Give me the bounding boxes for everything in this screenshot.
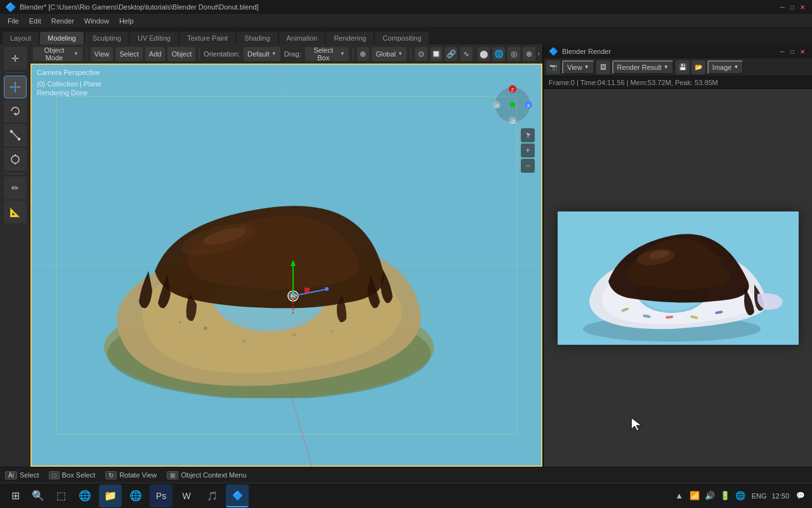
menu-window[interactable]: Window (79, 16, 114, 26)
zoom-in-btn[interactable]: + (521, 144, 535, 157)
perspective-btn[interactable]: 🔭 (521, 128, 535, 142)
vis-icon[interactable]: ∿ (460, 47, 473, 61)
svg-marker-5 (18, 86, 21, 88)
render-toolbar: 📷 View ▼ 🖼 Render Result ▼ 💾 📂 Image ▼ (544, 58, 812, 76)
sys-network-icon[interactable]: 🌐 (734, 490, 747, 502)
render-save-icon[interactable]: 💾 (676, 60, 690, 74)
link-icon[interactable]: 🔗 (445, 47, 457, 61)
status-context: ⊞ Object Context Menu (167, 471, 246, 479)
measure-tool-btn[interactable]: 📐 (4, 201, 27, 224)
svg-marker-2 (14, 81, 16, 84)
tab-texture-paint[interactable]: Texture Paint (180, 32, 235, 44)
sys-volume-icon[interactable]: 🔊 (704, 490, 716, 502)
svg-point-22 (292, 333, 296, 337)
annotate-tool-btn[interactable]: ✏ (4, 177, 27, 199)
viewport-canvas[interactable]: Camera Perspective (0) Collection | Plan… (30, 64, 542, 467)
scale-tool-btn[interactable] (4, 124, 27, 147)
viewport-view-btn[interactable]: View (91, 47, 114, 61)
render-image-btn[interactable]: Image ▼ (707, 60, 744, 74)
viewport-add-btn[interactable]: Add (145, 47, 166, 61)
maximize-button[interactable]: □ (788, 3, 797, 11)
taskbar-word[interactable]: W (175, 485, 198, 507)
tab-modeling[interactable]: Modeling (40, 32, 84, 44)
render-image-arrow: ▼ (733, 64, 738, 70)
sys-wifi-icon[interactable]: 📶 (688, 490, 701, 502)
notification-icon[interactable]: 💬 (794, 490, 807, 502)
rotate-tool-btn[interactable] (4, 100, 27, 123)
render-image-label: Image (712, 64, 732, 71)
viewport-overlay-btn[interactable]: ◎ (508, 47, 520, 61)
tab-layout[interactable]: Layout (3, 32, 39, 44)
taskbar-ps[interactable]: Ps (150, 485, 173, 507)
viewport-object-btn[interactable]: Object (167, 47, 195, 61)
orientation-value: Default (247, 50, 270, 58)
title-bar: 🔷 Blender* [C:\Users\Rio Gamers\Desktop\… (0, 0, 812, 14)
menu-edit[interactable]: Edit (24, 16, 46, 26)
close-button[interactable]: ✕ (798, 3, 807, 11)
viewport-right-arrow: › (538, 50, 540, 57)
zoom-out-btn[interactable]: − (521, 159, 535, 173)
minimize-button[interactable]: ─ (778, 3, 787, 11)
taskbar-media[interactable]: 🎵 (200, 485, 223, 507)
search-button[interactable]: 🔍 (28, 486, 48, 506)
status-rotate: ↻ Rotate View (105, 471, 157, 479)
transform-tool-btn[interactable] (4, 148, 27, 171)
viewport-shading-solid[interactable]: ⬤ (478, 47, 490, 61)
tab-sculpting[interactable]: Sculpting (85, 32, 129, 44)
taskbar-blender[interactable]: 🔷 (226, 485, 249, 507)
cursor-tool-btn[interactable]: ✛ (4, 47, 27, 70)
tab-rendering[interactable]: Rendering (326, 32, 374, 44)
box-select-key: □ (49, 471, 59, 479)
box-select-label: Box Select (62, 471, 96, 479)
render-result-btn[interactable]: Render Result ▼ (612, 60, 674, 74)
proportional-icon[interactable]: ⊙ (415, 47, 428, 61)
snap-icon[interactable]: 🔲 (430, 47, 443, 61)
render-maximize-btn[interactable]: □ (788, 47, 797, 56)
status-box-select: □ Box Select (49, 471, 95, 479)
render-panel-title: Blender Render (562, 48, 611, 55)
render-folder-icon[interactable]: 📂 (691, 60, 705, 74)
start-button[interactable]: ⊞ (5, 486, 25, 506)
render-result-arrow: ▼ (664, 64, 669, 70)
transform-icon-btn[interactable]: ⊕ (357, 47, 370, 61)
drag-selector[interactable]: Select Box ▼ (305, 47, 349, 61)
render-view-arrow: ▼ (584, 64, 589, 70)
tool-separator-1 (6, 72, 25, 73)
move-tool-btn[interactable] (4, 76, 27, 98)
render-close-btn[interactable]: ✕ (798, 47, 807, 56)
render-view-btn[interactable]: View ▼ (562, 60, 594, 74)
viewport-select-btn[interactable]: Select (115, 47, 143, 61)
tab-compositing[interactable]: Compositing (375, 32, 429, 44)
taskview-button[interactable]: ⬚ (51, 486, 71, 506)
rendering-status: Rendering Done (37, 89, 88, 97)
menu-file[interactable]: File (3, 16, 24, 26)
rotate-view-label: Rotate View (119, 471, 157, 479)
menu-render[interactable]: Render (46, 16, 79, 26)
svg-marker-4 (10, 86, 12, 88)
toolbar-divider-1 (86, 48, 87, 60)
viewport-shading-rendered[interactable]: 🌐 (492, 47, 505, 61)
menu-help[interactable]: Help (114, 16, 139, 26)
render-minimize-btn[interactable]: ─ (778, 47, 787, 56)
render-slot-icon[interactable]: 🖼 (596, 60, 610, 74)
render-type-icon[interactable]: 📷 (546, 60, 560, 74)
tab-shading[interactable]: Shading (237, 32, 277, 44)
sys-arrow-icon[interactable]: ▲ (673, 490, 686, 502)
status-select: Ai Select (5, 471, 39, 479)
title-bar-controls: ─ □ ✕ (778, 3, 807, 11)
taskbar-edge[interactable]: 🌐 (74, 485, 96, 507)
tab-animation[interactable]: Animation (279, 32, 325, 44)
viewport-gizmo-btn[interactable]: ⊕ (523, 47, 535, 61)
orientation-selector[interactable]: Default ▼ (244, 47, 280, 61)
left-toolbar: ✛ (0, 44, 30, 467)
status-bar: Ai Select □ Box Select ↻ Rotate View ⊞ O… (0, 467, 812, 483)
global-btn[interactable]: Global ▼ (372, 47, 407, 61)
sys-battery-icon[interactable]: 🔋 (719, 490, 731, 502)
taskbar-explorer[interactable]: 📁 (99, 485, 122, 507)
tab-uv-editing[interactable]: UV Editing (130, 32, 178, 44)
render-image-area (544, 89, 812, 467)
taskbar-chrome[interactable]: 🌐 (124, 485, 147, 507)
blender-icon-small: 🔷 (549, 47, 558, 56)
rendered-image (558, 211, 799, 345)
mode-selector[interactable]: Object Mode ▼ (33, 47, 82, 61)
